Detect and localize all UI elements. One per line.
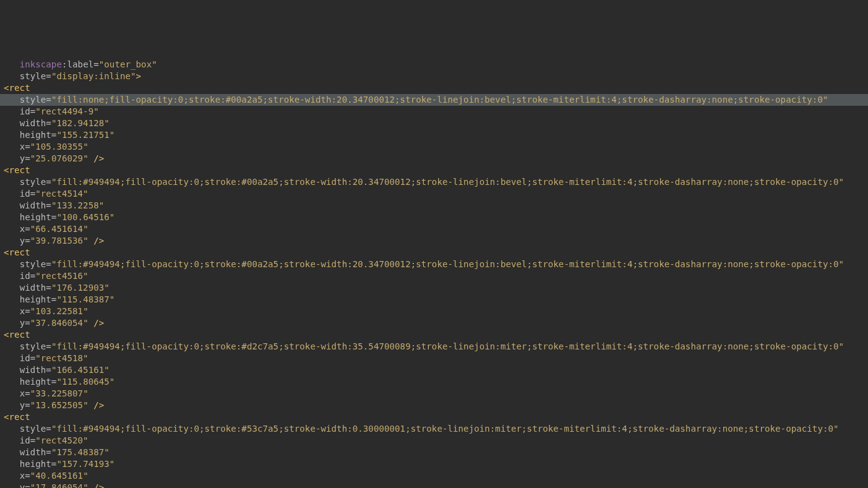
code-line[interactable]: x="103.22581" [0, 306, 868, 317]
code-line[interactable]: style="fill:#949494;fill-opacity:0;strok… [0, 423, 868, 435]
code-line[interactable]: id="rect4516" [0, 270, 868, 282]
code-line[interactable]: style="fill:#949494;fill-opacity:0;strok… [0, 176, 868, 188]
code-line[interactable]: <rect [0, 82, 868, 94]
code-line[interactable]: inkscape:label="outer_box" [0, 59, 868, 71]
code-line[interactable]: <rect [0, 165, 868, 176]
code-line[interactable]: height="155.21751" [0, 129, 868, 141]
code-line[interactable]: height="115.80645" [0, 376, 868, 388]
code-line[interactable]: width="133.2258" [0, 200, 868, 212]
code-line[interactable]: x="33.225807" [0, 388, 868, 400]
code-line[interactable]: x="105.30355" [0, 141, 868, 153]
code-line[interactable]: y="17.846054" /> [0, 482, 868, 488]
code-editor[interactable]: inkscape:label="outer_box" style="displa… [0, 59, 868, 488]
code-line[interactable]: height="157.74193" [0, 458, 868, 470]
code-line[interactable]: x="40.645161" [0, 470, 868, 482]
code-line[interactable]: style="fill:none;fill-opacity:0;stroke:#… [0, 94, 868, 106]
code-line[interactable]: x="66.451614" [0, 223, 868, 235]
code-line[interactable]: width="175.48387" [0, 447, 868, 458]
code-line[interactable]: height="115.48387" [0, 294, 868, 306]
code-line[interactable]: id="rect4494-9" [0, 106, 868, 118]
code-line[interactable]: id="rect4520" [0, 435, 868, 447]
code-line[interactable]: y="37.846054" /> [0, 317, 868, 329]
code-line[interactable]: style="display:inline"> [0, 71, 868, 82]
code-line[interactable]: <rect [0, 329, 868, 341]
code-line[interactable]: id="rect4518" [0, 353, 868, 364]
code-line[interactable]: width="176.12903" [0, 282, 868, 294]
code-line[interactable]: width="166.45161" [0, 364, 868, 376]
code-line[interactable]: <rect [0, 411, 868, 423]
code-line[interactable]: <rect [0, 247, 868, 259]
code-line[interactable]: y="39.781536" /> [0, 235, 868, 247]
code-line[interactable]: height="100.64516" [0, 212, 868, 223]
code-line[interactable]: style="fill:#949494;fill-opacity:0;strok… [0, 259, 868, 270]
code-line[interactable]: width="182.94128" [0, 118, 868, 129]
code-line[interactable]: y="13.652505" /> [0, 400, 868, 411]
code-line[interactable]: y="25.076029" /> [0, 153, 868, 165]
code-line[interactable]: id="rect4514" [0, 188, 868, 200]
code-line[interactable]: style="fill:#949494;fill-opacity:0;strok… [0, 341, 868, 353]
